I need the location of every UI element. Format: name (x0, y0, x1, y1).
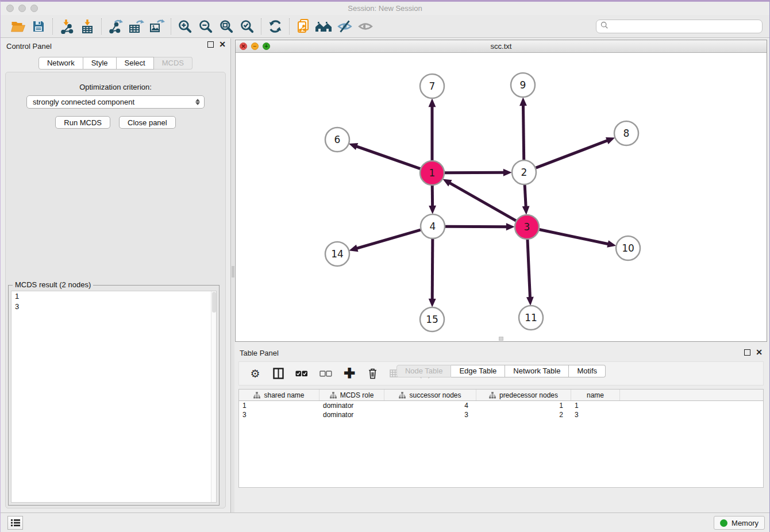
memory-button[interactable]: Memory (714, 516, 765, 530)
graph-node-label-6: 6 (334, 134, 341, 145)
close-panel-button[interactable]: Close panel (119, 116, 176, 129)
splitter-handle[interactable] (232, 266, 234, 277)
table-panel-title: Table Panel (240, 349, 279, 357)
memory-status-dot (720, 519, 727, 527)
table-tabs: Node Table Edge Table Network Table Moti… (235, 365, 767, 510)
table-panel: Table Panel ✕ ⚙ ✚ f(x) (235, 346, 767, 511)
main-titlebar: Session: New Session (1, 2, 769, 15)
criterion-value: strongly connected component (33, 98, 195, 106)
tab-mcds[interactable]: MCDS (154, 57, 192, 70)
search-box (596, 20, 763, 33)
tab-node-table[interactable]: Node Table (396, 365, 452, 377)
mcds-result-title: MCDS result (2 nodes) (13, 280, 93, 289)
clone-network-icon[interactable] (293, 17, 314, 36)
network-canvas[interactable]: 7968124314101511 (236, 53, 767, 341)
graph-node-label-8: 8 (623, 128, 630, 139)
run-mcds-button[interactable]: Run MCDS (55, 116, 110, 129)
network-window-titlebar[interactable]: ✕ − + scc.txt (236, 40, 767, 53)
hide-selected-icon[interactable] (334, 17, 355, 36)
toolbar-separator (289, 18, 290, 34)
float-panel-icon[interactable] (207, 41, 214, 48)
graph-edge-1-2[interactable] (445, 172, 505, 173)
toolbar-separator (171, 18, 171, 34)
toolbar-separator (52, 18, 53, 34)
graph-node-label-4: 4 (430, 221, 436, 232)
control-panel: Control Panel ✕ Network Style Select MCD… (1, 38, 230, 514)
window-resize-grip[interactable] (499, 337, 503, 341)
result-line: 1 (11, 291, 216, 302)
tab-network-table[interactable]: Network Table (505, 365, 569, 377)
tab-select[interactable]: Select (117, 57, 154, 70)
status-bar: Memory (1, 512, 769, 532)
result-scrollbar[interactable] (211, 291, 216, 502)
graph-node-label-15: 15 (426, 314, 438, 325)
zoom-fit-icon[interactable] (216, 17, 237, 36)
mcds-panel: Optimization criterion: strongly connect… (5, 72, 226, 508)
result-line: 3 (11, 302, 216, 312)
application-window: Session: New Session (0, 0, 770, 532)
graph-node-label-10: 10 (622, 242, 634, 254)
export-network-icon[interactable] (105, 17, 126, 36)
graph-edge-2-9[interactable] (523, 105, 523, 160)
control-panel-title: Control Panel (6, 42, 52, 51)
zoom-in-icon[interactable] (175, 17, 195, 36)
apply-layout-icon[interactable] (265, 17, 286, 36)
export-image-icon[interactable] (147, 17, 167, 36)
open-file-icon[interactable] (7, 17, 28, 36)
toolbar-separator (261, 18, 261, 34)
zoom-out-icon[interactable] (195, 17, 216, 36)
graph-edge-4-3[interactable] (445, 226, 507, 227)
memory-label: Memory (732, 519, 759, 527)
graph-node-label-9: 9 (520, 79, 526, 91)
graph-node-label-14: 14 (331, 248, 344, 260)
import-table-icon[interactable] (77, 17, 98, 36)
graph-node-label-2: 2 (521, 167, 528, 178)
save-session-icon[interactable] (28, 17, 49, 36)
mcds-result-text[interactable]: 1 3 (11, 291, 217, 503)
graph-edge-2-3[interactable] (525, 185, 526, 207)
close-panel-icon[interactable]: ✕ (219, 41, 226, 48)
first-neighbors-icon[interactable] (314, 17, 334, 36)
list-icon (11, 519, 20, 527)
network-window-title: scc.txt (236, 42, 767, 51)
float-table-panel-icon[interactable] (744, 349, 750, 356)
tab-edge-table[interactable]: Edge Table (451, 365, 505, 377)
criterion-dropdown[interactable]: strongly connected component (26, 95, 205, 109)
graph-node-label-11: 11 (525, 312, 537, 323)
tab-network[interactable]: Network (38, 57, 83, 70)
close-table-panel-icon[interactable]: ✕ (756, 349, 763, 356)
panel-splitter[interactable] (230, 38, 234, 514)
graph-edge-3-10[interactable] (540, 230, 609, 244)
search-icon (600, 21, 609, 32)
network-graph-svg[interactable]: 7968124314101511 (236, 53, 767, 341)
control-panel-tabs: Network Style Select MCDS (1, 57, 230, 70)
graph-edge-3-1[interactable] (449, 183, 516, 221)
chevron-updown-icon (195, 99, 202, 105)
graph-node-label-1: 1 (429, 167, 436, 179)
graph-edge-4-15[interactable] (432, 239, 433, 300)
network-window: ✕ − + scc.txt 7968124314101511 (235, 40, 767, 342)
tab-motifs[interactable]: Motifs (569, 365, 606, 377)
tab-style[interactable]: Style (83, 57, 117, 70)
graph-edge-4-14[interactable] (356, 230, 421, 248)
mcds-result-group: MCDS result (2 nodes) 1 3 (8, 285, 220, 506)
export-table-icon[interactable] (126, 17, 147, 36)
show-all-icon[interactable] (355, 17, 376, 36)
import-network-icon[interactable] (56, 17, 77, 36)
toolbar-separator (101, 18, 102, 34)
graph-edge-3-11[interactable] (528, 240, 530, 298)
window-title: Session: New Session (1, 4, 769, 13)
task-history-button[interactable] (7, 516, 23, 530)
graph-edge-1-6[interactable] (356, 146, 420, 168)
graph-node-label-3: 3 (524, 221, 530, 233)
graph-node-label-7: 7 (429, 80, 436, 92)
optimization-criterion-label: Optimization criterion: (6, 83, 225, 91)
main-toolbar (1, 15, 769, 38)
search-input[interactable] (611, 22, 758, 30)
zoom-selected-icon[interactable] (237, 17, 257, 36)
graph-edge-2-8[interactable] (536, 140, 609, 168)
